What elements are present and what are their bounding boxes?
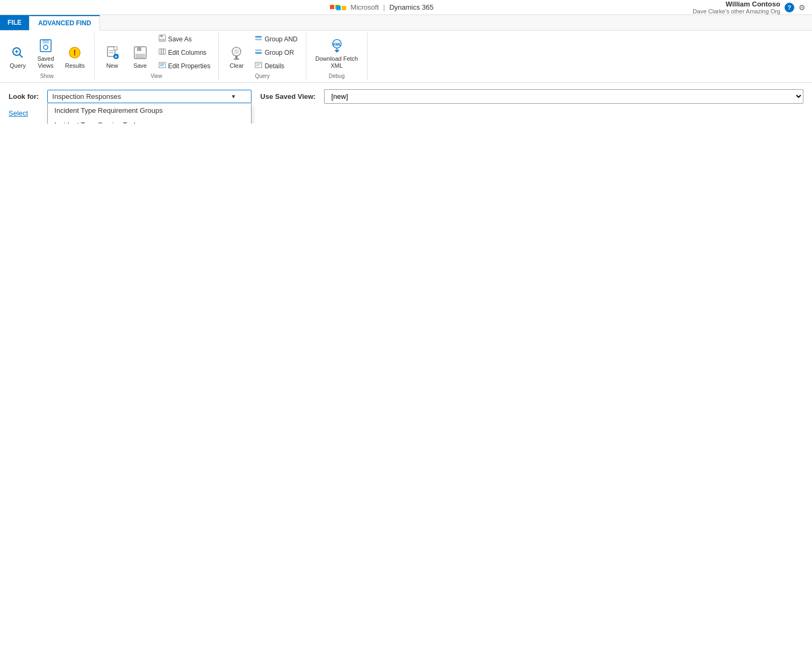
svg-point-6 bbox=[44, 45, 48, 49]
save-as-icon bbox=[159, 34, 166, 44]
look-for-row: Look for: Inspection Responses ▼ Inciden… bbox=[9, 89, 803, 104]
svg-text:!: ! bbox=[74, 48, 76, 57]
select-link[interactable]: Select bbox=[9, 109, 28, 117]
query-label: Query bbox=[255, 72, 269, 80]
dropdown-item-incident-type-svc-tasks[interactable]: Incident Type Service Tasks bbox=[48, 118, 251, 124]
svg-rect-36 bbox=[255, 62, 262, 68]
ribbon-group-show: Query SavedViews bbox=[0, 33, 95, 80]
ribbon-group-view: + New Save bbox=[95, 33, 219, 80]
svg-rect-18 bbox=[135, 54, 145, 58]
top-bar: Microsoft | Dynamics 365 William Contoso… bbox=[0, 0, 812, 15]
user-name: William Contoso bbox=[693, 0, 780, 8]
edit-properties-button[interactable]: Edit Properties bbox=[155, 60, 214, 72]
ribbon-group-query: Clear Group AND bbox=[219, 33, 306, 80]
app-title-area: Microsoft | Dynamics 365 bbox=[330, 3, 434, 11]
ribbon-content: Query SavedViews bbox=[0, 31, 812, 82]
new-icon: + bbox=[104, 44, 121, 61]
tab-advanced-find[interactable]: ADVANCED FIND bbox=[29, 15, 100, 31]
save-button[interactable]: Save bbox=[127, 41, 154, 72]
svg-rect-24 bbox=[163, 49, 166, 54]
main-area: Look for: Inspection Responses ▼ Inciden… bbox=[0, 83, 812, 124]
app-label: Dynamics 365 bbox=[389, 3, 433, 11]
new-button[interactable]: + New bbox=[99, 41, 126, 72]
debug-buttons: XML Download FetchXML bbox=[311, 33, 363, 72]
svg-rect-35 bbox=[255, 52, 262, 54]
query-icon bbox=[9, 44, 26, 61]
download-fetch-xml-label: Download FetchXML bbox=[315, 55, 358, 69]
svg-rect-32 bbox=[255, 36, 262, 38]
save-as-label: Save As bbox=[168, 35, 192, 43]
details-button[interactable]: Details bbox=[251, 60, 301, 72]
show-buttons: Query SavedViews bbox=[4, 33, 90, 72]
dropdown-item-incident-type-req[interactable]: Incident Type Requirement Groups bbox=[48, 103, 251, 118]
query-small-buttons: Group AND Group OR bbox=[251, 33, 301, 72]
group-and-icon bbox=[255, 34, 262, 44]
edit-columns-button[interactable]: Edit Columns bbox=[155, 46, 214, 59]
ribbon: FILE ADVANCED FIND Query bbox=[0, 15, 812, 83]
edit-properties-label: Edit Properties bbox=[168, 62, 211, 70]
saved-view-label: Use Saved View: bbox=[260, 92, 315, 101]
look-for-value: Inspection Responses bbox=[52, 92, 121, 101]
svg-text:XML: XML bbox=[332, 42, 341, 47]
details-icon bbox=[255, 61, 262, 70]
microsoft-logo bbox=[330, 5, 346, 10]
svg-rect-33 bbox=[255, 39, 262, 40]
download-fetch-xml-button[interactable]: XML Download FetchXML bbox=[311, 34, 363, 72]
save-icon bbox=[132, 44, 149, 61]
saved-view-select[interactable]: [new] bbox=[324, 89, 803, 104]
svg-point-29 bbox=[234, 49, 239, 54]
group-or-button[interactable]: Group OR bbox=[251, 46, 301, 59]
look-for-chevron: ▼ bbox=[231, 94, 236, 99]
debug-label: Debug bbox=[329, 72, 344, 80]
ribbon-tabs: FILE ADVANCED FIND bbox=[0, 15, 812, 31]
view-label: View bbox=[150, 72, 162, 80]
view-buttons: + New Save bbox=[99, 33, 214, 72]
microsoft-label: Microsoft bbox=[350, 3, 379, 11]
look-for-label: Look for: bbox=[9, 92, 39, 101]
svg-rect-22 bbox=[159, 49, 161, 54]
user-info: William Contoso Dave Clarke's other Amaz… bbox=[693, 0, 780, 15]
results-label: Results bbox=[65, 62, 85, 69]
group-or-label: Group OR bbox=[264, 49, 294, 56]
group-or-icon bbox=[255, 48, 262, 57]
look-for-dropdown: Inspection Responses ▼ Incident Type Req… bbox=[47, 90, 251, 103]
group-and-label: Group AND bbox=[264, 35, 297, 43]
query-buttons: Clear Group AND bbox=[223, 33, 301, 72]
svg-rect-34 bbox=[255, 49, 262, 51]
show-label: Show bbox=[40, 72, 54, 80]
svg-line-1 bbox=[19, 54, 23, 58]
edit-properties-icon bbox=[159, 61, 166, 70]
user-area: William Contoso Dave Clarke's other Amaz… bbox=[693, 0, 806, 15]
svg-text:+: + bbox=[114, 54, 118, 60]
svg-rect-23 bbox=[161, 49, 163, 54]
results-icon: ! bbox=[66, 44, 83, 61]
svg-rect-20 bbox=[160, 35, 163, 37]
svg-rect-31 bbox=[234, 59, 239, 60]
save-as-button[interactable]: Save As bbox=[155, 33, 214, 45]
svg-rect-11 bbox=[114, 47, 117, 50]
details-label: Details bbox=[264, 62, 284, 70]
edit-columns-icon bbox=[159, 48, 166, 57]
svg-rect-17 bbox=[137, 47, 141, 51]
help-icon[interactable]: ? bbox=[785, 3, 794, 12]
settings-icon[interactable]: ⚙ bbox=[799, 3, 806, 12]
query-button[interactable]: Query bbox=[4, 41, 31, 72]
saved-views-icon bbox=[37, 37, 54, 54]
svg-rect-5 bbox=[42, 40, 49, 44]
look-for-dropdown-list: Incident Type Requirement Groups Inciden… bbox=[47, 103, 251, 124]
group-and-button[interactable]: Group AND bbox=[251, 33, 301, 45]
look-for-trigger[interactable]: Inspection Responses ▼ bbox=[47, 90, 251, 103]
save-label: Save bbox=[133, 62, 147, 69]
clear-label: Clear bbox=[229, 62, 243, 69]
saved-views-button[interactable]: SavedViews bbox=[32, 34, 59, 72]
ribbon-group-debug: XML Download FetchXML Debug bbox=[306, 33, 368, 80]
download-fetch-xml-icon: XML bbox=[328, 37, 346, 54]
view-small-buttons: Save As Edit Columns bbox=[155, 33, 214, 72]
clear-icon bbox=[228, 44, 245, 61]
svg-rect-21 bbox=[160, 39, 165, 41]
results-button[interactable]: ! Results bbox=[60, 41, 90, 72]
clear-button[interactable]: Clear bbox=[223, 41, 250, 72]
new-label: New bbox=[106, 62, 118, 69]
edit-columns-label: Edit Columns bbox=[168, 49, 206, 56]
tab-file[interactable]: FILE bbox=[0, 15, 29, 30]
